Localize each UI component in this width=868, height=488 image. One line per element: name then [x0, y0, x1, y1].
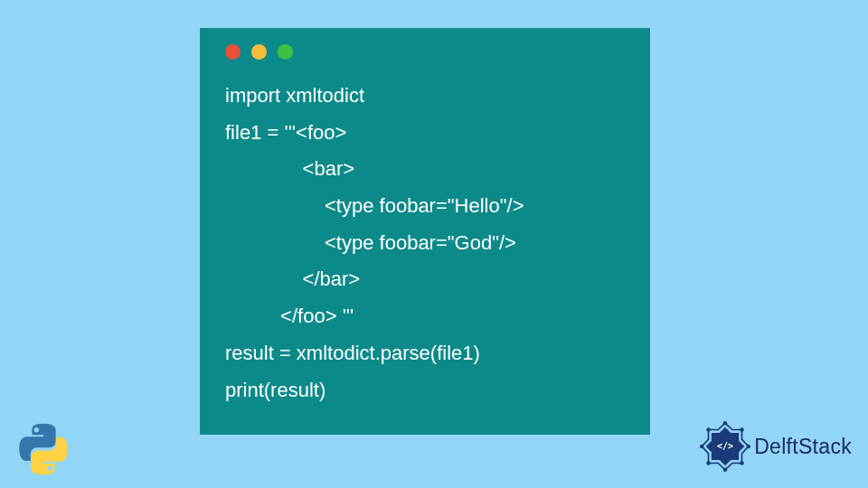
code-line: file1 = '''<foo> [225, 121, 346, 144]
code-line: </foo> ''' [225, 305, 354, 327]
svg-point-3 [740, 427, 743, 431]
delftstack-logo: </> DelftStack [700, 421, 852, 472]
svg-point-5 [740, 461, 743, 465]
code-line: result = xmltodict.parse(file1) [225, 342, 480, 364]
svg-point-4 [747, 445, 750, 448]
svg-point-8 [700, 445, 703, 448]
delftstack-label: DelftStack [754, 435, 852, 459]
code-content: import xmltodict file1 = '''<foo> <bar> … [225, 78, 634, 408]
code-window: import xmltodict file1 = '''<foo> <bar> … [200, 28, 650, 435]
code-line: print(result) [225, 379, 326, 401]
code-line: </bar> [225, 267, 360, 290]
code-line: <bar> [225, 157, 354, 180]
code-line: import xmltodict [225, 84, 364, 107]
code-line: <type foobar="Hello"/> [225, 194, 524, 217]
svg-point-9 [706, 427, 710, 431]
python-logo-icon [16, 422, 71, 476]
svg-point-2 [723, 421, 727, 425]
svg-point-6 [723, 468, 727, 472]
svg-text:</>: </> [717, 441, 733, 451]
code-line: <type foobar="God"/> [225, 231, 516, 254]
delftstack-icon: </> [700, 421, 750, 472]
maximize-icon [278, 44, 293, 60]
close-icon [225, 44, 241, 60]
svg-point-7 [706, 461, 710, 465]
minimize-icon [251, 44, 267, 60]
window-controls [225, 44, 634, 60]
